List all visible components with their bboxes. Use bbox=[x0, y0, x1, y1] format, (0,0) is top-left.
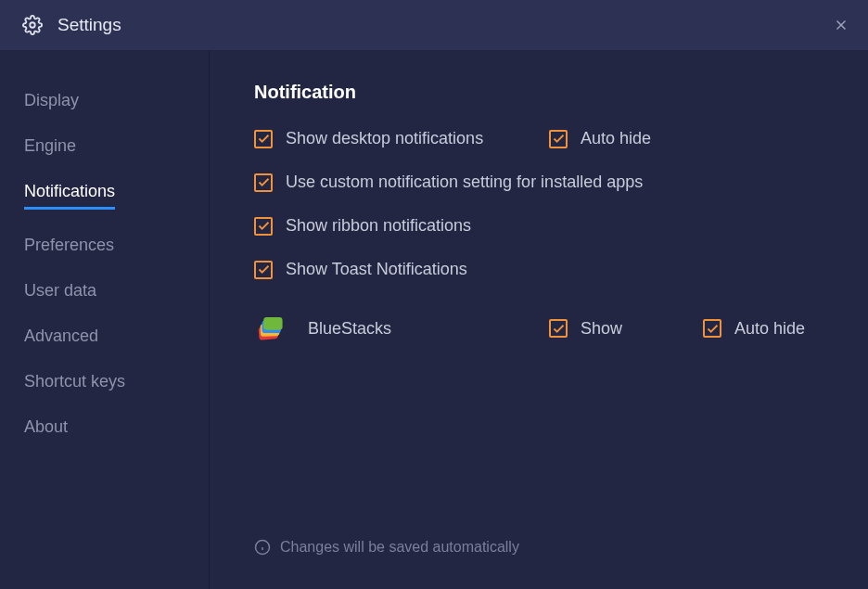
main-panel: Notification Show desktop notifications … bbox=[210, 50, 868, 589]
checkbox-label: Use custom notification setting for inst… bbox=[286, 173, 643, 192]
checkbox-row: Show desktop notifications Auto hide bbox=[254, 129, 831, 148]
check-icon bbox=[257, 262, 271, 276]
sidebar-item-label: About bbox=[24, 417, 68, 437]
check-icon bbox=[257, 219, 271, 233]
sidebar-item-label: User data bbox=[24, 281, 96, 301]
checkbox-custom-setting[interactable] bbox=[254, 173, 273, 192]
checkbox-group-custom: Use custom notification setting for inst… bbox=[254, 173, 643, 192]
checkbox-row: Use custom notification setting for inst… bbox=[254, 173, 831, 192]
bluestacks-icon bbox=[254, 313, 286, 344]
checkbox-group-desktop: Show desktop notifications bbox=[254, 129, 549, 148]
checkbox-ribbon-notifications[interactable] bbox=[254, 217, 273, 236]
header-title: Settings bbox=[57, 15, 121, 35]
checkbox-label: Show bbox=[581, 319, 622, 339]
check-icon bbox=[706, 322, 720, 336]
sidebar-item-about[interactable]: About bbox=[0, 404, 209, 450]
checkbox-desktop-notifications[interactable] bbox=[254, 130, 273, 148]
app-row: BlueStacks Show Auto hide bbox=[254, 313, 831, 344]
checkbox-label: Auto hide bbox=[581, 129, 651, 148]
checkbox-group-app-show: Show bbox=[549, 319, 703, 339]
sidebar-item-notifications[interactable]: Notifications bbox=[0, 169, 209, 223]
check-icon bbox=[552, 322, 566, 336]
gear-icon bbox=[22, 15, 43, 35]
sidebar-item-advanced[interactable]: Advanced bbox=[0, 314, 209, 359]
checkbox-app-show[interactable] bbox=[549, 319, 568, 338]
checkbox-row: Show ribbon notifications bbox=[254, 216, 831, 236]
body: Display Engine Notifications Preferences… bbox=[0, 50, 868, 589]
check-icon bbox=[257, 175, 271, 189]
checkbox-app-auto-hide[interactable] bbox=[703, 319, 721, 338]
sidebar-item-engine[interactable]: Engine bbox=[0, 123, 209, 169]
checkbox-label: Show Toast Notifications bbox=[286, 260, 467, 279]
header-left: Settings bbox=[22, 15, 121, 35]
checkbox-group-auto-hide: Auto hide bbox=[549, 129, 651, 148]
sidebar-item-shortcut-keys[interactable]: Shortcut keys bbox=[0, 359, 209, 404]
checkbox-label: Show desktop notifications bbox=[286, 129, 483, 148]
sidebar-item-label: Preferences bbox=[24, 236, 114, 255]
checkbox-label: Auto hide bbox=[734, 319, 805, 339]
check-icon bbox=[257, 132, 271, 146]
footer-text: Changes will be saved automatically bbox=[280, 539, 519, 556]
checkbox-label: Show ribbon notifications bbox=[286, 216, 471, 236]
sidebar-item-label: Engine bbox=[24, 136, 76, 156]
check-icon bbox=[552, 132, 566, 146]
svg-rect-6 bbox=[263, 317, 282, 330]
app-name: BlueStacks bbox=[308, 319, 391, 339]
svg-point-0 bbox=[30, 22, 35, 28]
sidebar: Display Engine Notifications Preferences… bbox=[0, 50, 210, 589]
checkbox-group-toast: Show Toast Notifications bbox=[254, 260, 467, 279]
checkbox-auto-hide[interactable] bbox=[549, 130, 568, 148]
sidebar-item-label: Notifications bbox=[24, 182, 115, 210]
sidebar-item-display[interactable]: Display bbox=[0, 78, 209, 123]
section-title: Notification bbox=[254, 82, 831, 103]
checkbox-group-ribbon: Show ribbon notifications bbox=[254, 216, 471, 236]
close-icon[interactable] bbox=[833, 17, 849, 33]
sidebar-item-label: Shortcut keys bbox=[24, 372, 125, 391]
checkbox-toast-notifications[interactable] bbox=[254, 261, 273, 279]
checkbox-group-app-auto-hide: Auto hide bbox=[703, 319, 805, 339]
settings-header: Settings bbox=[0, 0, 868, 50]
checkbox-row: Show Toast Notifications bbox=[254, 260, 831, 279]
footer-note: Changes will be saved automatically bbox=[254, 539, 519, 556]
sidebar-item-label: Advanced bbox=[24, 327, 98, 346]
sidebar-item-label: Display bbox=[24, 91, 79, 110]
sidebar-item-preferences[interactable]: Preferences bbox=[0, 223, 209, 268]
sidebar-item-user-data[interactable]: User data bbox=[0, 268, 209, 314]
info-icon bbox=[254, 539, 271, 556]
